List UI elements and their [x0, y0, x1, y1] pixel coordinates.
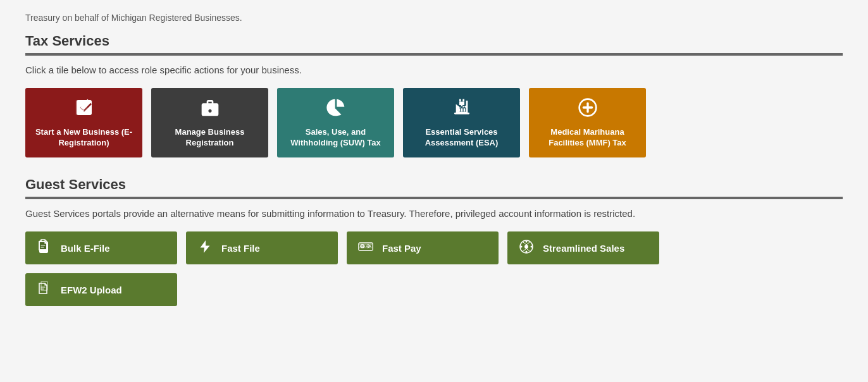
tile-esa[interactable]: Essential Services Assessment (ESA)	[403, 88, 520, 157]
streamlined-icon	[518, 239, 535, 257]
svg-point-18	[531, 245, 533, 247]
tile-mmf-tax-label: Medical Marihuana Facilities (MMF) Tax	[536, 127, 638, 149]
svg-point-16	[526, 250, 528, 252]
svg-rect-6	[459, 99, 461, 101]
tax-services-description: Click a tile below to access role specif…	[25, 65, 843, 75]
new-business-icon	[74, 97, 94, 122]
bulk-file-icon	[35, 239, 53, 257]
tax-services-title: Tax Services	[25, 33, 843, 49]
tile-suw-tax[interactable]: Sales, Use, and Withholding (SUW) Tax	[277, 88, 394, 157]
guest-services-buttons-row1: Bulk E-File Fast File Fast Pay	[25, 231, 843, 264]
svg-rect-3	[461, 108, 462, 111]
fast-pay-label: Fast Pay	[382, 243, 421, 254]
fast-file-button[interactable]: Fast File	[186, 231, 338, 264]
guest-services-description: Guest Services portals provide an altern…	[25, 208, 843, 219]
lightning-icon	[196, 239, 214, 257]
svg-rect-4	[463, 108, 465, 111]
tile-suw-tax-label: Sales, Use, and Withholding (SUW) Tax	[285, 127, 387, 149]
tax-services-tiles: Start a New Business (E-Registration) Ma…	[25, 88, 843, 157]
svg-rect-5	[459, 101, 464, 104]
tile-start-new-business-label: Start a New Business (E-Registration)	[33, 127, 135, 149]
streamlined-sales-button[interactable]: Streamlined Sales	[507, 231, 659, 264]
guest-services-buttons-row2: EFW2 Upload	[25, 273, 843, 306]
factory-icon	[452, 97, 472, 122]
efw2-upload-button[interactable]: EFW2 Upload	[25, 273, 177, 306]
top-text: Treasury on behalf of Michigan Registere…	[25, 13, 843, 23]
guest-services-divider	[25, 197, 843, 199]
bulk-efile-button[interactable]: Bulk E-File	[25, 231, 177, 264]
fast-file-label: Fast File	[221, 243, 260, 254]
pie-chart-icon	[326, 97, 346, 122]
tile-manage-business[interactable]: Manage Business Registration	[151, 88, 268, 157]
streamlined-sales-label: Streamlined Sales	[543, 243, 624, 254]
fast-pay-button[interactable]: Fast Pay	[347, 231, 499, 264]
tile-esa-label: Essential Services Assessment (ESA)	[411, 127, 512, 149]
svg-rect-2	[458, 108, 460, 111]
tax-services-divider	[25, 53, 843, 56]
svg-point-15	[526, 240, 528, 242]
svg-point-17	[521, 245, 523, 247]
guest-services-title: Guest Services	[25, 176, 843, 193]
svg-rect-7	[462, 99, 464, 101]
svg-rect-1	[454, 113, 469, 114]
tile-start-new-business[interactable]: Start a New Business (E-Registration)	[25, 88, 142, 157]
fast-pay-icon	[357, 239, 375, 257]
tile-manage-business-label: Manage Business Registration	[159, 127, 261, 149]
bulk-efile-label: Bulk E-File	[61, 243, 110, 254]
efw2-upload-label: EFW2 Upload	[61, 285, 122, 295]
svg-point-14	[524, 245, 528, 249]
tile-mmf-tax[interactable]: Medical Marihuana Facilities (MMF) Tax	[529, 88, 646, 157]
plus-circle-icon	[578, 97, 598, 122]
briefcase-icon	[200, 97, 220, 122]
efw2-upload-icon	[35, 281, 53, 299]
